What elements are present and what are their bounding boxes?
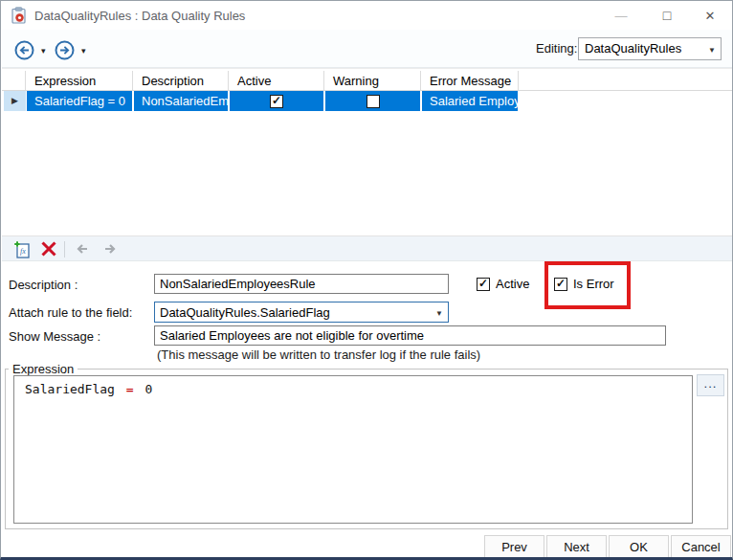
- expression-operator: =: [126, 382, 134, 396]
- editing-table-value: DataQualityRules: [585, 41, 681, 56]
- cell-active[interactable]: [229, 91, 324, 111]
- ok-button[interactable]: OK: [609, 535, 669, 558]
- is-error-checkbox[interactable]: [554, 278, 567, 291]
- app-icon: [11, 7, 27, 24]
- chevron-down-icon: ▼: [708, 46, 716, 55]
- window-title: DataQualityRules : Data Quality Rules: [34, 9, 245, 23]
- grid-header-expression[interactable]: Expression: [26, 71, 133, 90]
- maximize-button[interactable]: □: [653, 1, 681, 30]
- delete-rule-button[interactable]: [40, 240, 57, 260]
- delete-x-icon: [40, 240, 57, 258]
- attach-field-value: DataQualityRules.SalariedFlag: [160, 305, 330, 320]
- grid-header-warning[interactable]: Warning: [324, 71, 421, 90]
- gray-right-arrow-icon: [103, 243, 118, 255]
- gray-left-arrow-icon: [75, 243, 89, 255]
- description-input[interactable]: NonSalariedEmployeesRule: [154, 274, 449, 294]
- toolbar-separator: [64, 241, 65, 258]
- editing-table-select[interactable]: DataQualityRules ▼: [578, 37, 722, 60]
- active-row-checkbox[interactable]: [270, 95, 283, 108]
- is-error-checkbox-label: Is Error: [573, 277, 614, 291]
- active-check-group[interactable]: Active: [477, 277, 529, 291]
- forward-dropdown-caret-icon[interactable]: ▾: [81, 46, 86, 56]
- navigation-toolbar: ▾ ▾ Editing: DataQualityRules ▼: [2, 30, 733, 68]
- back-circle-arrow-icon: [14, 40, 34, 60]
- title-bar: DataQualityRules : Data Quality Rules — …: [1, 1, 732, 30]
- row-selector[interactable]: ▶: [4, 91, 26, 111]
- next-button[interactable]: Next: [546, 535, 607, 558]
- add-rule-icon: fx: [13, 240, 32, 258]
- cell-expression[interactable]: SalariedFlag = 0: [26, 91, 133, 111]
- expression-rhs: 0: [144, 382, 152, 396]
- show-message-input[interactable]: Salaried Employees are not eligible for …: [154, 325, 666, 346]
- previous-rule-button[interactable]: [75, 243, 89, 258]
- cell-error-message[interactable]: Salaried Employe...: [421, 91, 519, 111]
- attach-field-select[interactable]: DataQualityRules.SalariedFlag ▼: [154, 302, 449, 323]
- rules-grid: Expression Description Active Warning Er…: [2, 68, 733, 235]
- grid-header-row: Expression Description Active Warning Er…: [2, 71, 733, 91]
- forward-record-button[interactable]: [55, 40, 75, 60]
- show-message-label: Show Message :: [9, 329, 100, 344]
- is-error-check-group[interactable]: Is Error: [554, 277, 614, 291]
- svg-text:fx: fx: [20, 247, 26, 256]
- back-record-button[interactable]: [14, 40, 34, 60]
- editing-label: Editing:: [536, 41, 577, 56]
- warning-row-checkbox[interactable]: [366, 95, 380, 108]
- expression-lhs: SalariedFlag: [25, 382, 115, 396]
- expression-editor[interactable]: SalariedFlag = 0: [13, 375, 693, 524]
- back-dropdown-caret-icon[interactable]: ▾: [41, 46, 46, 56]
- cell-warning[interactable]: [324, 91, 421, 111]
- cancel-button[interactable]: Cancel: [671, 535, 731, 558]
- grid-header-error-message[interactable]: Error Message: [421, 71, 519, 90]
- message-hint-text: (This message will be written to transfe…: [157, 347, 480, 362]
- active-checkbox[interactable]: [477, 278, 490, 291]
- dialog-window: DataQualityRules : Data Quality Rules — …: [0, 0, 733, 560]
- close-button[interactable]: ✕: [696, 1, 724, 30]
- prev-button[interactable]: Prev: [484, 535, 544, 558]
- table-row[interactable]: ▶ SalariedFlag = 0 NonSalariedEmpl... Sa…: [2, 91, 733, 111]
- rule-edit-toolbar: fx: [2, 235, 733, 261]
- add-rule-button[interactable]: fx: [13, 240, 32, 261]
- attach-field-label: Attach rule to the field:: [9, 305, 132, 320]
- forward-circle-arrow-icon: [55, 40, 75, 60]
- cell-description[interactable]: NonSalariedEmpl...: [133, 91, 229, 111]
- active-checkbox-label: Active: [496, 277, 529, 291]
- grid-header-selector: [4, 71, 26, 90]
- expression-group-label: Expression: [9, 362, 78, 376]
- grid-header-description[interactable]: Description: [133, 71, 229, 90]
- next-rule-button[interactable]: [103, 243, 118, 258]
- expression-browse-button[interactable]: ...: [697, 374, 724, 396]
- description-label: Description :: [9, 278, 78, 292]
- grid-header-active[interactable]: Active: [229, 71, 324, 90]
- minimize-button[interactable]: —: [607, 1, 635, 30]
- chevron-down-icon: ▼: [435, 309, 443, 318]
